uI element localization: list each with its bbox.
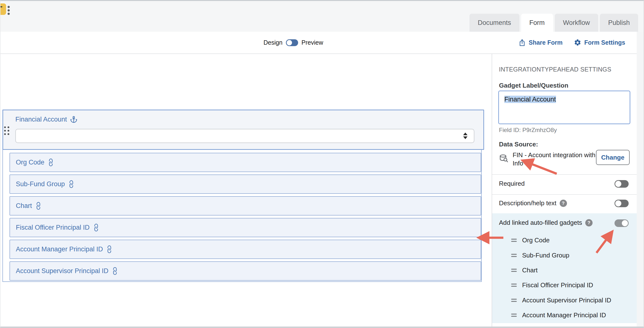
canvas-row-account-supervisor[interactable]: Account Supervisor Principal ID — [10, 261, 481, 281]
add-linked-gadgets-label: Add linked auto-filled gadgets ? — [499, 219, 592, 227]
canvas-row-chart[interactable]: Chart — [10, 196, 481, 216]
link-icon — [91, 223, 101, 233]
panel-divider — [492, 174, 637, 175]
linked-gadget-item-sub-fund-group[interactable]: Sub-Fund Group — [511, 251, 570, 259]
panel-title: INTEGRATIONTYPEAHEAD SETTINGS — [499, 66, 611, 73]
add-linked-gadgets-toggle[interactable] — [614, 219, 629, 227]
tab-form[interactable]: Form — [521, 14, 553, 32]
canvas-row-account-manager[interactable]: Account Manager Principal ID — [10, 240, 481, 259]
link-icon — [66, 179, 76, 189]
tab-documents[interactable]: Documents — [470, 14, 520, 32]
description-help-toggle[interactable] — [614, 200, 629, 207]
app-logo: T — [0, 4, 6, 15]
selected-text: Financial Account — [504, 96, 556, 103]
main-tabs: Documents Form Workflow Publish — [470, 14, 638, 32]
share-icon — [518, 39, 526, 46]
link-icon — [34, 201, 44, 211]
linked-gadget-item-account-manager[interactable]: Account Manager Principal ID — [511, 311, 606, 319]
description-help-label: Description/help text ? — [499, 199, 567, 207]
right-scroll-gutter[interactable] — [637, 32, 644, 326]
drag-handle-icon[interactable] — [4, 126, 9, 135]
canvas-row-fiscal-officer[interactable]: Fiscal Officer Principal ID — [10, 218, 481, 237]
linked-gadget-item-fiscal-officer[interactable]: Fiscal Officer Principal ID — [511, 281, 593, 289]
drag-lines-icon — [511, 299, 517, 302]
canvas-row-sub-fund-group[interactable]: Sub-Fund Group — [10, 175, 481, 194]
question-icon[interactable]: ? — [560, 200, 567, 207]
question-icon[interactable]: ? — [585, 219, 592, 227]
kebab-menu-icon[interactable] — [8, 6, 10, 16]
change-data-source-button[interactable]: Change — [596, 150, 630, 165]
tab-publish[interactable]: Publish — [600, 14, 638, 32]
panel-divider — [492, 194, 637, 195]
link-icon — [46, 157, 56, 168]
form-toolbar: Design Preview Share Form Form Settings — [0, 32, 644, 54]
gadget-title: Financial Account — [15, 116, 78, 123]
design-label: Design — [264, 39, 282, 46]
typeahead-select[interactable] — [15, 129, 474, 143]
anchor-icon — [70, 116, 78, 123]
database-search-icon — [499, 154, 509, 164]
settings-panel: INTEGRATIONTYPEAHEAD SETTINGS Gadget Lab… — [492, 54, 637, 327]
field-id-text: Field ID: P9rZmhzO8y — [499, 127, 557, 133]
link-icon — [110, 266, 120, 276]
linked-gadget-item-org-code[interactable]: Org Code — [511, 236, 550, 244]
gadget-label-input[interactable]: Financial Account — [498, 91, 630, 124]
data-source-name: FIN - Account integration with Info — [512, 151, 596, 168]
gear-icon — [574, 39, 581, 46]
toolbar-actions: Share Form Form Settings — [518, 32, 625, 53]
data-source-label: Data Source: — [499, 140, 538, 148]
share-form-button[interactable]: Share Form — [518, 39, 562, 46]
required-label: Required — [499, 180, 525, 188]
drag-lines-icon — [511, 254, 517, 257]
select-arrows-icon — [463, 132, 468, 139]
preview-label: Preview — [302, 39, 323, 46]
gadget-label-question-label: Gadget Label/Question — [499, 82, 568, 89]
gadget-financial-account[interactable]: Financial Account — [2, 110, 484, 150]
drag-lines-icon — [511, 269, 517, 272]
drag-lines-icon — [511, 284, 517, 287]
linked-gadget-item-account-supervisor[interactable]: Account Supervisor Principal ID — [511, 296, 611, 304]
drag-lines-icon — [511, 313, 517, 317]
form-builder-app: T Documents Form Workflow Publish Design… — [0, 0, 644, 328]
top-tab-bar: T Documents Form Workflow Publish — [0, 1, 644, 32]
drag-lines-icon — [511, 239, 517, 242]
linked-gadget-item-chart[interactable]: Chart — [511, 266, 538, 274]
link-icon — [104, 244, 114, 254]
form-canvas: Financial Account Org Code Sub-Fund Grou… — [0, 54, 492, 327]
design-preview-switch: Design Preview — [264, 32, 323, 53]
canvas-row-org-code[interactable]: Org Code — [10, 153, 481, 172]
design-preview-toggle[interactable] — [286, 39, 298, 46]
form-settings-button[interactable]: Form Settings — [574, 39, 625, 46]
tab-workflow[interactable]: Workflow — [555, 14, 598, 32]
required-toggle[interactable] — [614, 180, 629, 188]
